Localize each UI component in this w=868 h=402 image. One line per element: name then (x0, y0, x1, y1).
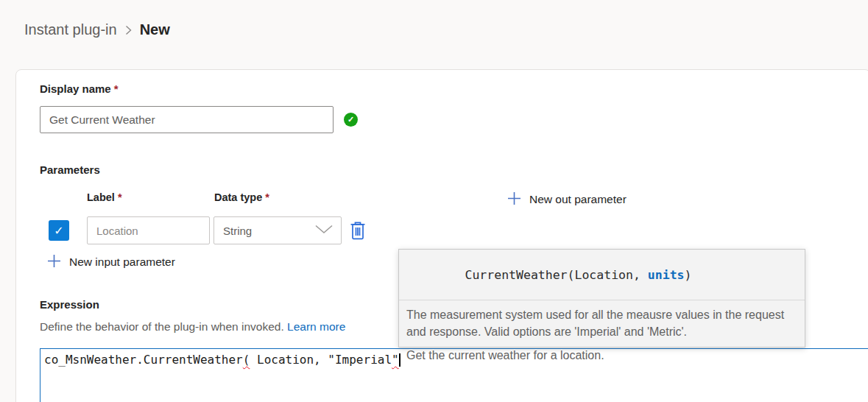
delete-parameter-button[interactable] (349, 221, 367, 241)
new-input-parameter-label: New input parameter (69, 255, 175, 269)
plugin-form-card: Display name* ✓ Parameters Label* Data t… (15, 69, 868, 402)
intellisense-tooltip: CurrentWeather(Location, units) The meas… (398, 249, 805, 348)
function-doc: Get the current weather for a location. (406, 348, 797, 364)
active-parameter: units (648, 268, 685, 282)
required-asterisk: * (118, 191, 122, 203)
parameter-row-checkbox[interactable]: ✓ (49, 220, 69, 241)
tooltip-body: The measurement system used for all the … (399, 300, 805, 371)
breadcrumb-parent-link[interactable]: Instant plug-in (24, 21, 117, 38)
learn-more-link[interactable]: Learn more (287, 320, 345, 333)
new-out-parameter-button[interactable]: New out parameter (507, 191, 627, 208)
new-input-parameter-button[interactable]: New input parameter (47, 254, 175, 270)
breadcrumb: Instant plug-in New (24, 21, 170, 38)
plus-icon (47, 254, 61, 270)
parameter-doc: The measurement system used for all the … (406, 307, 797, 340)
expression-heading: Expression (40, 298, 99, 311)
new-out-parameter-label: New out parameter (529, 193, 627, 206)
required-asterisk: * (114, 82, 119, 95)
display-name-input[interactable] (40, 106, 334, 133)
page: Instant plug-in New Display name* ✓ Para… (0, 0, 868, 402)
valid-check-icon: ✓ (344, 113, 358, 127)
data-type-dropdown[interactable]: String (214, 216, 342, 244)
trash-icon (349, 221, 367, 241)
parameters-heading: Parameters (40, 163, 100, 176)
function-signature: CurrentWeather(Location, units) (399, 250, 805, 300)
data-type-column-header: Data type* (214, 191, 269, 203)
plus-icon (507, 191, 521, 208)
expression-description: Define the behavior of the plug-in when … (40, 320, 345, 334)
chevron-right-icon (124, 24, 133, 36)
parameter-label-input[interactable] (87, 216, 210, 244)
required-asterisk: * (265, 191, 269, 203)
data-type-selected-value: String (223, 225, 252, 237)
breadcrumb-current: New (140, 21, 170, 38)
chevron-down-icon (314, 224, 334, 238)
display-name-label: Display name* (40, 82, 119, 95)
label-column-header: Label* (87, 191, 122, 203)
